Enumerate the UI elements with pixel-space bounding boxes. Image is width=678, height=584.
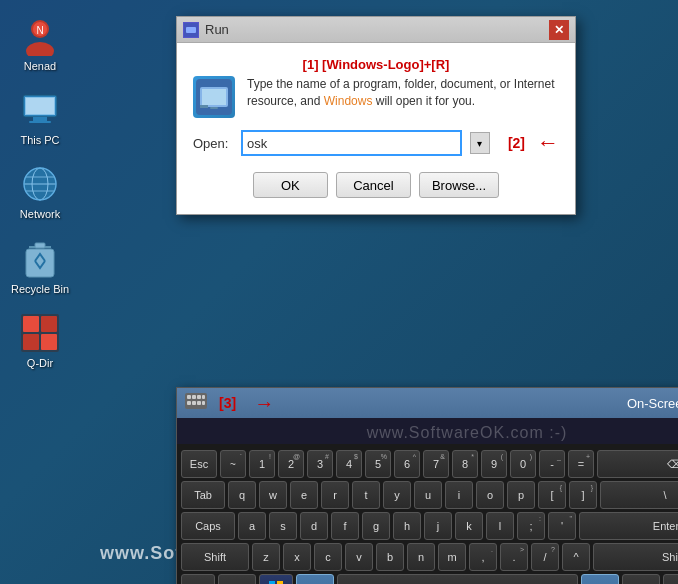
key-0[interactable]: 0) [510, 450, 536, 478]
key-caret[interactable]: ^ [562, 543, 590, 571]
recycle-bin-icon [20, 239, 60, 279]
key-win[interactable] [259, 574, 293, 584]
desktop-icon-recycle-bin[interactable]: Recycle Bin [2, 233, 78, 302]
key-rbracket[interactable]: ]} [569, 481, 597, 509]
desktop-icon-network[interactable]: Network [2, 158, 78, 227]
key-u[interactable]: u [414, 481, 442, 509]
key-g[interactable]: g [362, 512, 390, 540]
run-app-icon [193, 76, 235, 118]
key-esc[interactable]: Esc [181, 450, 217, 478]
key-i[interactable]: i [445, 481, 473, 509]
annotation-2: [2] [508, 135, 525, 151]
key-q[interactable]: q [228, 481, 256, 509]
key-comma[interactable]: ,. [469, 543, 497, 571]
key-period[interactable]: .> [500, 543, 528, 571]
svg-rect-36 [197, 395, 201, 399]
open-input[interactable] [247, 136, 456, 151]
key-slash[interactable]: /? [531, 543, 559, 571]
svg-rect-34 [187, 395, 191, 399]
key-d[interactable]: d [300, 512, 328, 540]
svg-rect-31 [200, 105, 208, 108]
key-row-1: Esc ~` 1! 2@ 3# 4$ 5% 6^ 7& 8* 9( 0) -_ … [181, 450, 678, 478]
key-c[interactable]: c [314, 543, 342, 571]
osk-title: On-Screen Keyboard [627, 396, 678, 411]
key-7[interactable]: 7& [423, 450, 449, 478]
key-enter[interactable]: Enter [579, 512, 678, 540]
svg-rect-38 [187, 401, 191, 405]
key-k[interactable]: k [455, 512, 483, 540]
key-9[interactable]: 9( [481, 450, 507, 478]
key-8[interactable]: 8* [452, 450, 478, 478]
key-y[interactable]: y [383, 481, 411, 509]
key-equals[interactable]: =+ [568, 450, 594, 478]
key-shift-right[interactable]: Shift [593, 543, 678, 571]
key-shift-left[interactable]: Shift [181, 543, 249, 571]
key-3[interactable]: 3# [307, 450, 333, 478]
key-6[interactable]: 6^ [394, 450, 420, 478]
key-x[interactable]: x [283, 543, 311, 571]
key-semicolon[interactable]: ;: [517, 512, 545, 540]
desktop-icon-area: N Nenad This PC [0, 0, 80, 584]
open-dropdown[interactable]: ▾ [470, 132, 490, 154]
run-dialog-icon [183, 22, 199, 38]
key-2[interactable]: 2@ [278, 450, 304, 478]
this-pc-label: This PC [20, 134, 59, 147]
key-1[interactable]: 1! [249, 450, 275, 478]
key-backspace[interactable]: ⌫ [597, 450, 678, 478]
desktop-icon-nenad[interactable]: N Nenad [2, 10, 78, 79]
ok-button[interactable]: OK [253, 172, 328, 198]
key-b[interactable]: b [376, 543, 404, 571]
browse-button[interactable]: Browse... [419, 172, 499, 198]
key-backslash[interactable]: \| [600, 481, 678, 509]
key-space[interactable] [337, 574, 578, 584]
key-p[interactable]: p [507, 481, 535, 509]
key-f[interactable]: f [331, 512, 359, 540]
pc-icon [20, 90, 60, 130]
arrow-left-icon: ← [537, 130, 559, 156]
svg-rect-41 [202, 401, 205, 405]
key-alt-left[interactable]: Alt [296, 574, 334, 584]
key-tilde[interactable]: ~` [220, 450, 246, 478]
key-5[interactable]: 5% [365, 450, 391, 478]
key-o[interactable]: o [476, 481, 504, 509]
svg-rect-7 [29, 121, 51, 123]
key-l[interactable]: l [486, 512, 514, 540]
svg-rect-35 [192, 395, 196, 399]
key-h[interactable]: h [393, 512, 421, 540]
key-4[interactable]: 4$ [336, 450, 362, 478]
dialog-description: Type the name of a program, folder, docu… [247, 76, 559, 110]
svg-text:N: N [36, 25, 43, 36]
key-ctrl-right[interactable]: Ctrl [622, 574, 660, 584]
key-quote[interactable]: '" [548, 512, 576, 540]
key-caps[interactable]: Caps [181, 512, 235, 540]
key-tab[interactable]: Tab [181, 481, 225, 509]
key-row-2: Tab q w e r t y u i o p [{ ]} \| D [181, 481, 678, 509]
key-lbracket[interactable]: [{ [538, 481, 566, 509]
desktop-icon-this-pc[interactable]: This PC [2, 84, 78, 153]
svg-rect-8 [26, 98, 54, 114]
cancel-button[interactable]: Cancel [336, 172, 411, 198]
desktop-icon-q-dir[interactable]: Q-Dir [2, 307, 78, 376]
key-n[interactable]: n [407, 543, 435, 571]
open-row: Open: ▾ [2] ← [193, 130, 559, 156]
key-r[interactable]: r [321, 481, 349, 509]
key-alt-right[interactable]: Alt [581, 574, 619, 584]
key-a[interactable]: a [238, 512, 266, 540]
key-arrow-left[interactable]: < [663, 574, 678, 584]
annotation-3: [3] [219, 395, 236, 411]
dialog-header-row: Type the name of a program, folder, docu… [193, 76, 559, 118]
key-minus[interactable]: -_ [539, 450, 565, 478]
key-j[interactable]: j [424, 512, 452, 540]
keyboard-icon [185, 393, 207, 413]
key-v[interactable]: v [345, 543, 373, 571]
key-m[interactable]: m [438, 543, 466, 571]
key-s[interactable]: s [269, 512, 297, 540]
key-t[interactable]: t [352, 481, 380, 509]
close-button[interactable]: ✕ [549, 20, 569, 40]
key-e[interactable]: e [290, 481, 318, 509]
user-icon: N [20, 16, 60, 56]
key-w[interactable]: w [259, 481, 287, 509]
key-fn[interactable]: Fn [181, 574, 215, 584]
key-z[interactable]: z [252, 543, 280, 571]
key-ctrl-left[interactable]: Ctrl [218, 574, 256, 584]
